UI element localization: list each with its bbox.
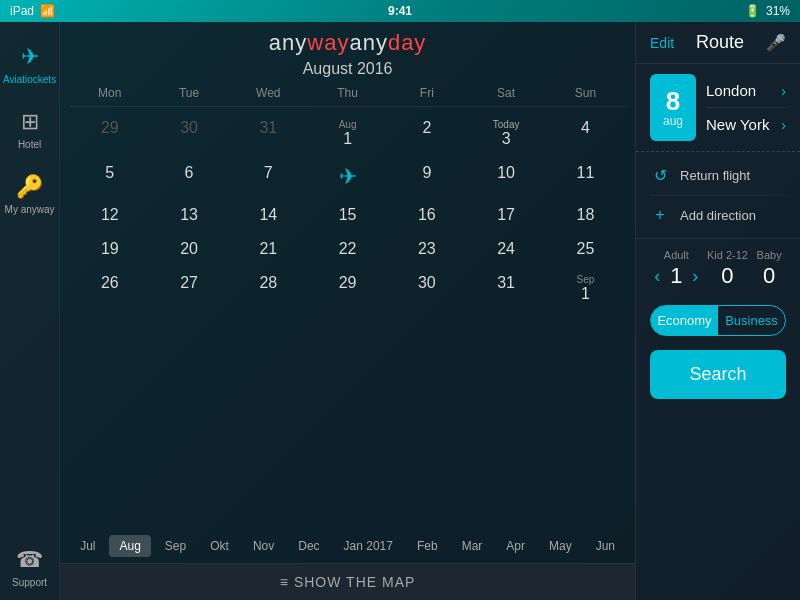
- table-row[interactable]: 11: [546, 156, 625, 198]
- chevron-right-icon-2: ›: [781, 117, 786, 133]
- table-row[interactable]: 20: [149, 232, 228, 266]
- sidebar-item-flights[interactable]: ✈ Aviatiockets: [0, 32, 59, 97]
- table-row[interactable]: 21: [229, 232, 308, 266]
- table-row[interactable]: 24: [466, 232, 545, 266]
- destination-newyork[interactable]: New York ›: [706, 108, 786, 141]
- sidebar-myanyway-label: My anyway: [5, 204, 55, 215]
- table-row[interactable]: 19: [70, 232, 149, 266]
- table-row[interactable]: Aug 1: [308, 111, 387, 156]
- destination-london[interactable]: London ›: [706, 74, 786, 108]
- table-row[interactable]: 23: [387, 232, 466, 266]
- phone-icon: ☎: [16, 547, 43, 573]
- month-nav-item[interactable]: Aug: [109, 535, 150, 557]
- table-row[interactable]: 31: [229, 111, 308, 156]
- month-nav-item[interactable]: Mar: [452, 535, 493, 557]
- sidebar-item-hotel[interactable]: ⊞ Hotel: [0, 97, 59, 162]
- table-row[interactable]: 5: [70, 156, 149, 198]
- table-row[interactable]: 14: [229, 198, 308, 232]
- month-nav-item[interactable]: Sep: [155, 535, 196, 557]
- add-direction-button[interactable]: + Add direction: [650, 196, 786, 234]
- status-bar: iPad 📶 9:41 🔋 31%: [0, 0, 800, 22]
- title-day: day: [388, 30, 426, 55]
- sidebar-item-myanyway[interactable]: 🔑 My anyway: [0, 162, 59, 227]
- kid-label: Kid 2-12: [707, 249, 748, 261]
- table-row[interactable]: 30: [387, 266, 466, 311]
- return-flight-button[interactable]: ↺ Return flight: [650, 156, 786, 196]
- baby-label: Baby: [757, 249, 782, 261]
- table-row[interactable]: 9: [387, 156, 466, 198]
- col-sun: Sun: [546, 86, 625, 100]
- table-row[interactable]: 25: [546, 232, 625, 266]
- search-button[interactable]: Search: [650, 350, 786, 399]
- hotel-icon: ⊞: [21, 109, 39, 135]
- table-row[interactable]: 29: [70, 111, 149, 156]
- table-row[interactable]: 16: [387, 198, 466, 232]
- date-badge: 8 aug: [650, 74, 696, 141]
- key-icon: 🔑: [16, 174, 43, 200]
- month-nav-item[interactable]: Nov: [243, 535, 284, 557]
- adult-label: Adult: [664, 249, 689, 261]
- month-nav-item[interactable]: Apr: [496, 535, 535, 557]
- table-row[interactable]: 27: [149, 266, 228, 311]
- passenger-adult: Adult ‹ 1 ›: [654, 249, 698, 289]
- passenger-baby: Baby 0: [757, 249, 782, 289]
- table-row[interactable]: 22: [308, 232, 387, 266]
- passenger-row: Adult ‹ 1 › Kid 2-12 0 Baby: [650, 249, 786, 289]
- economy-button[interactable]: Economy: [651, 306, 718, 335]
- destination-newyork-label: New York: [706, 116, 769, 133]
- sidebar-support-label: Support: [12, 577, 47, 588]
- app-title: anywayanyday: [60, 22, 635, 60]
- table-row[interactable]: 18: [546, 198, 625, 232]
- date-badge-month: aug: [663, 114, 683, 128]
- class-selector: Economy Business: [650, 305, 786, 336]
- month-nav-item[interactable]: Jun: [586, 535, 625, 557]
- month-nav-item[interactable]: Okt: [200, 535, 239, 557]
- adult-increase-button[interactable]: ›: [692, 266, 698, 287]
- table-row[interactable]: 7: [229, 156, 308, 198]
- ipad-label: iPad: [10, 4, 34, 18]
- table-row[interactable]: Today 3: [466, 111, 545, 156]
- cal-row-4: 19 20 21 22 23 24 25: [70, 232, 625, 266]
- route-header: Edit Route 🎤: [636, 22, 800, 64]
- month-nav-item[interactable]: May: [539, 535, 582, 557]
- baby-count: 0: [759, 263, 779, 289]
- table-row[interactable]: 26: [70, 266, 149, 311]
- table-row[interactable]: 13: [149, 198, 228, 232]
- passenger-section: Adult ‹ 1 › Kid 2-12 0 Baby: [636, 238, 800, 299]
- sidebar-item-support[interactable]: ☎ Support: [0, 535, 59, 600]
- show-map-bar[interactable]: ≡ SHOW THE MAP: [60, 563, 635, 600]
- wifi-icon: 📶: [40, 4, 55, 18]
- table-row[interactable]: 10: [466, 156, 545, 198]
- table-row[interactable]: 4: [546, 111, 625, 156]
- table-row[interactable]: 12: [70, 198, 149, 232]
- month-nav-item[interactable]: Jan 2017: [334, 535, 403, 557]
- table-row[interactable]: 2: [387, 111, 466, 156]
- table-row[interactable]: ✈: [308, 156, 387, 198]
- table-row[interactable]: 30: [149, 111, 228, 156]
- table-row[interactable]: 6: [149, 156, 228, 198]
- business-button[interactable]: Business: [718, 306, 785, 335]
- month-nav-item[interactable]: Jul: [70, 535, 105, 557]
- table-row[interactable]: 15: [308, 198, 387, 232]
- table-row[interactable]: 31: [466, 266, 545, 311]
- return-flight-icon: ↺: [650, 166, 670, 185]
- route-panel: Edit Route 🎤 8 aug London › New York ›: [635, 22, 800, 600]
- table-row[interactable]: Sep 1: [546, 266, 625, 311]
- edit-button[interactable]: Edit: [650, 35, 674, 51]
- adult-decrease-button[interactable]: ‹: [654, 266, 660, 287]
- date-badge-num: 8: [666, 88, 680, 114]
- table-row[interactable]: 17: [466, 198, 545, 232]
- col-tue: Tue: [149, 86, 228, 100]
- kid-count-row: 0: [717, 263, 737, 289]
- month-nav-item[interactable]: Feb: [407, 535, 448, 557]
- month-nav-item[interactable]: Dec: [288, 535, 329, 557]
- table-row[interactable]: 28: [229, 266, 308, 311]
- cal-row-2: 5 6 7 ✈ 9 10 11: [70, 156, 625, 198]
- title-any2: any: [349, 30, 387, 55]
- table-row[interactable]: 29: [308, 266, 387, 311]
- sidebar-hotel-label: Hotel: [18, 139, 41, 150]
- add-direction-label: Add direction: [680, 208, 756, 223]
- chevron-right-icon: ›: [781, 83, 786, 99]
- mic-icon[interactable]: 🎤: [766, 33, 786, 52]
- calendar-rows: 29 30 31 Aug 1 2 Today 3 4 5: [70, 111, 625, 311]
